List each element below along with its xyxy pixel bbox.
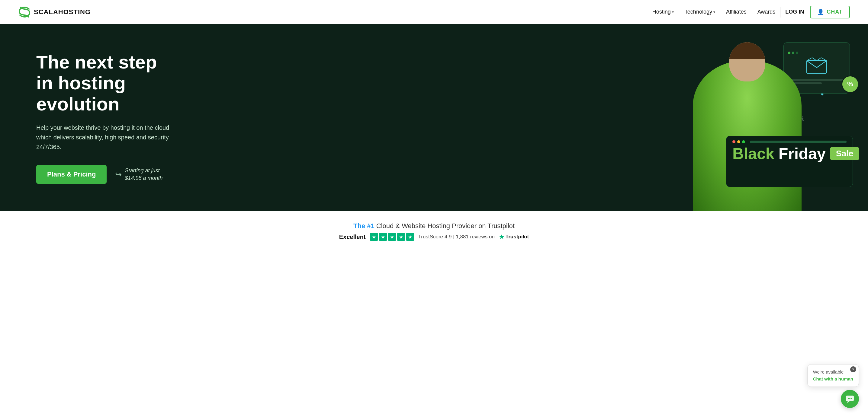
chevron-down-icon: ▾ xyxy=(713,10,715,14)
bf-sale-badge: Sale xyxy=(830,147,860,160)
arrow-curved-icon: ↩ xyxy=(115,170,122,179)
person-icon: 👤 xyxy=(817,9,824,15)
star-3: ★ xyxy=(388,233,396,241)
trust-score-text: TrustScore 4.9 | 1,881 reviews on xyxy=(418,234,495,240)
trustpilot-logo: ★ Trustpilot xyxy=(499,233,529,241)
star-1: ★ xyxy=(370,233,378,241)
nav-technology[interactable]: Technology ▾ xyxy=(685,9,715,15)
trust-bar: The #1 Cloud & Website Hosting Provider … xyxy=(0,211,868,252)
svg-line-2 xyxy=(821,58,827,61)
plans-pricing-button[interactable]: Plans & Pricing xyxy=(36,165,106,184)
nav-awards[interactable]: Awards xyxy=(757,9,776,15)
trustpilot-stars: ★ ★ ★ ★ ★ xyxy=(370,233,414,241)
trust-excellent-label: Excellent xyxy=(339,234,366,241)
star-4: ★ xyxy=(397,233,405,241)
person-head xyxy=(729,42,765,81)
logo-link[interactable]: SCALAHOSTING xyxy=(18,7,91,18)
starting-price-text: Starting at just$14.98 a month xyxy=(125,167,162,182)
hero-right-visual: ✦ ✦ % %/ xyxy=(596,24,868,211)
bf-black-text: Black xyxy=(733,146,774,162)
trust-rating-row: Excellent ★ ★ ★ ★ ★ TrustScore 4.9 | 1,8… xyxy=(339,233,529,241)
trust-title: The #1 Cloud & Website Hosting Provider … xyxy=(353,222,515,230)
trust-title-rest: Cloud & Website Hosting Provider on Trus… xyxy=(376,222,515,230)
nav-hosting[interactable]: Hosting ▾ xyxy=(652,9,674,15)
nav-affiliates[interactable]: Affiliates xyxy=(726,9,747,15)
chevron-down-icon: ▾ xyxy=(672,10,674,14)
navbar: SCALAHOSTING Hosting ▾ Technology ▾ Affi… xyxy=(0,0,868,24)
logo-icon xyxy=(18,7,31,18)
hero-subtitle: Help your website thrive by hosting it o… xyxy=(36,123,175,152)
percent-badge: % xyxy=(841,75,859,93)
nav-links: Hosting ▾ Technology ▾ Affiliates Awards xyxy=(652,9,776,15)
bf-dot-red xyxy=(733,140,736,143)
chat-nav-button[interactable]: 👤 CHAT xyxy=(810,6,850,19)
trustpilot-label: Trustpilot xyxy=(505,234,529,240)
star-5: ★ xyxy=(406,233,414,241)
bf-dot-yellow xyxy=(737,140,740,143)
bf-bar xyxy=(750,141,846,143)
login-button[interactable]: LOG IN xyxy=(785,9,804,15)
trustpilot-star-icon: ★ xyxy=(499,233,504,241)
black-friday-card: Black Friday Sale xyxy=(726,136,853,187)
bf-friday-text: Friday xyxy=(779,146,826,162)
trust-number-one: The #1 xyxy=(353,222,374,230)
hero-section: The next step in hosting evolution Help … xyxy=(0,24,868,211)
logo-text: SCALAHOSTING xyxy=(34,8,91,16)
bf-card-dots xyxy=(733,140,846,143)
nav-divider xyxy=(780,7,780,18)
hero-title: The next step in hosting evolution xyxy=(36,51,175,114)
bf-text-row: Black Friday Sale xyxy=(733,146,846,162)
starting-price: ↩ Starting at just$14.98 a month xyxy=(115,167,162,182)
hero-cta-row: Plans & Pricing ↩ Starting at just$14.98… xyxy=(36,165,175,184)
bf-dot-green xyxy=(742,140,745,143)
bf-black-highlight: Black xyxy=(733,145,774,162)
hero-content: The next step in hosting evolution Help … xyxy=(0,34,211,202)
star-2: ★ xyxy=(379,233,387,241)
